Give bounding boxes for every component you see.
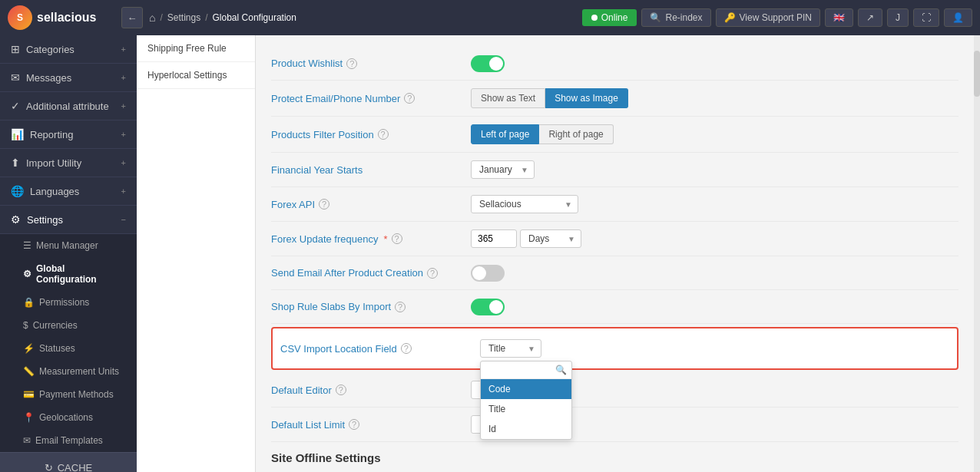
support-pin-button[interactable]: 🔑 View Support PIN bbox=[716, 8, 821, 27]
shop-rule-toggle[interactable] bbox=[471, 299, 505, 315]
breadcrumb-settings[interactable]: Settings bbox=[167, 12, 200, 23]
sidebar-sub-currencies[interactable]: $ Currencies bbox=[0, 314, 137, 337]
sidebar-item-categories[interactable]: ⊞ Categories + bbox=[0, 35, 137, 64]
online-button[interactable]: Online bbox=[582, 9, 637, 26]
expand-icon: + bbox=[121, 130, 126, 139]
forex-frequency-input[interactable] bbox=[471, 229, 517, 248]
home-icon[interactable]: ⌂ bbox=[149, 12, 155, 24]
sidebar-sub-global-config[interactable]: ⚙ Global Configuration bbox=[0, 257, 137, 291]
sidebar-sub-menu-manager[interactable]: ☰ Menu Manager bbox=[0, 234, 137, 257]
protect-email-control: Show as Text Show as Image bbox=[471, 88, 628, 108]
help-icon[interactable]: ? bbox=[336, 385, 346, 395]
scrollbar-thumb[interactable] bbox=[974, 51, 980, 97]
financial-year-label: Financial Year Starts bbox=[271, 164, 471, 176]
key-icon: 🔑 bbox=[724, 12, 736, 23]
sidebar-sub-measurement[interactable]: 📏 Measurement Units bbox=[0, 360, 137, 383]
financial-year-select-wrap: January ▼ bbox=[471, 160, 535, 179]
sub-sidebar-shipping[interactable]: Shipping Free Rule bbox=[137, 35, 255, 62]
sidebar-item-additional-attribute[interactable]: ✓ Additional attribute + bbox=[0, 92, 137, 120]
help-icon[interactable]: ? bbox=[392, 233, 402, 244]
csv-location-select[interactable]: Title bbox=[480, 339, 541, 358]
help-icon[interactable]: ? bbox=[319, 199, 329, 210]
search-icon: 🔍 bbox=[650, 12, 661, 23]
breadcrumb-current: Global Configuration bbox=[213, 12, 296, 23]
reindex-button[interactable]: 🔍 Re-index bbox=[641, 8, 710, 27]
back-button[interactable]: ← bbox=[121, 7, 143, 28]
forex-update-row: Forex Update frequency * ? Days ▼ bbox=[271, 222, 958, 256]
main-area: ⊞ Categories + ✉ Messages + ✓ Additional… bbox=[0, 35, 980, 472]
sidebar-item-messages[interactable]: ✉ Messages + bbox=[0, 64, 137, 92]
sidebar-item-settings[interactable]: ⚙ Settings − bbox=[0, 206, 137, 234]
show-as-image-button[interactable]: Show as Image bbox=[545, 88, 628, 108]
config-icon: ⚙ bbox=[23, 269, 31, 279]
joomla-icon: J bbox=[896, 12, 900, 23]
dropdown-option-id[interactable]: Id bbox=[481, 419, 571, 439]
sidebar-sub-permissions[interactable]: 🔒 Permissions bbox=[0, 291, 137, 314]
sidebar-item-import-utility[interactable]: ⬆ Import Utility + bbox=[0, 149, 137, 177]
payment-icon: 💳 bbox=[23, 389, 35, 400]
flag-icon: 🇬🇧 bbox=[833, 12, 845, 23]
csv-import-container: CSV Import Location Field ? Title ▼ bbox=[271, 327, 958, 370]
default-editor-label: Default Editor ? bbox=[271, 385, 471, 396]
sub-sidebar-hyperlocal[interactable]: Hyperlocal Settings bbox=[137, 62, 255, 89]
email-icon: ✉ bbox=[23, 435, 31, 446]
financial-year-select[interactable]: January bbox=[471, 160, 535, 179]
help-icon[interactable]: ? bbox=[349, 419, 359, 430]
sidebar-sub-statuses[interactable]: ⚡ Statuses bbox=[0, 337, 137, 360]
scrollbar-track[interactable] bbox=[974, 35, 980, 472]
help-icon[interactable]: ? bbox=[427, 268, 438, 279]
protect-email-row: Protect Email/Phone Number ? Show as Tex… bbox=[271, 81, 958, 117]
categories-icon: ⊞ bbox=[11, 43, 20, 55]
product-wishlist-control bbox=[471, 55, 505, 72]
toggle-knob bbox=[472, 266, 486, 280]
forex-update-label: Forex Update frequency * ? bbox=[271, 233, 471, 245]
attribute-icon: ✓ bbox=[11, 100, 20, 112]
sidebar-sub-email-templates[interactable]: ✉ Email Templates bbox=[0, 429, 137, 452]
send-email-row: Send Email After Product Creation ? bbox=[271, 256, 958, 290]
default-list-limit-row: Default List Limit ? ▼ bbox=[271, 408, 958, 442]
cache-button[interactable]: ↻ CACHE bbox=[0, 452, 137, 472]
products-filter-control: Left of page Right of page bbox=[471, 124, 614, 144]
filter-position-group: Left of page Right of page bbox=[471, 124, 614, 144]
protect-email-label: Protect Email/Phone Number ? bbox=[271, 93, 471, 104]
help-icon[interactable]: ? bbox=[404, 93, 415, 104]
product-wishlist-toggle[interactable] bbox=[471, 55, 505, 72]
dropdown-search-input[interactable] bbox=[485, 365, 552, 375]
toggle-knob bbox=[489, 57, 503, 71]
right-of-page-button[interactable]: Right of page bbox=[539, 124, 613, 144]
help-icon[interactable]: ? bbox=[346, 58, 357, 69]
breadcrumb: ⌂ / Settings / Global Configuration bbox=[149, 12, 576, 24]
csv-import-label: CSV Import Location Field ? bbox=[280, 343, 480, 355]
flag-button[interactable]: 🇬🇧 bbox=[825, 8, 853, 27]
logo-text: sellacious bbox=[37, 11, 96, 25]
settings-submenu: ☰ Menu Manager ⚙ Global Configuration 🔒 … bbox=[0, 234, 137, 452]
dropdown-option-code[interactable]: Code bbox=[481, 379, 571, 399]
csv-import-row: CSV Import Location Field ? Title ▼ bbox=[280, 332, 949, 365]
forex-unit-select[interactable]: Days bbox=[520, 229, 581, 248]
sidebar-sub-geolocations[interactable]: 📍 Geolocations bbox=[0, 406, 137, 429]
forex-update-control: Days ▼ bbox=[471, 229, 581, 248]
forex-api-select[interactable]: Sellacious bbox=[471, 195, 578, 213]
sidebar-item-languages[interactable]: 🌐 Languages + bbox=[0, 177, 137, 206]
left-of-page-button[interactable]: Left of page bbox=[471, 124, 539, 144]
shop-rule-label: Shop Rule Slabs By Import ? bbox=[271, 301, 471, 312]
sidebar-sub-payment-methods[interactable]: 💳 Payment Methods bbox=[0, 383, 137, 406]
expand-icon: + bbox=[121, 101, 126, 111]
fullscreen-icon: ⛶ bbox=[922, 12, 931, 23]
sidebar-item-reporting[interactable]: 📊 Reporting + bbox=[0, 120, 137, 149]
show-as-text-button[interactable]: Show as Text bbox=[471, 88, 545, 108]
csv-select-wrap: Title ▼ bbox=[480, 339, 541, 358]
help-icon[interactable]: ? bbox=[395, 302, 406, 312]
product-wishlist-row: Product Wishlist ? bbox=[271, 47, 958, 81]
user-button[interactable]: 👤 bbox=[944, 8, 972, 27]
send-email-toggle[interactable] bbox=[471, 265, 505, 282]
site-offline-section-title: Site Offline Settings bbox=[271, 442, 958, 470]
fullscreen-button[interactable]: ⛶ bbox=[913, 8, 939, 27]
external-button[interactable]: ↗ bbox=[858, 8, 882, 27]
toggle-knob bbox=[489, 300, 503, 314]
sidebar-bottom: ↻ CACHE 🔧 AUTO FIX bbox=[0, 452, 137, 472]
help-icon[interactable]: ? bbox=[401, 343, 412, 354]
dropdown-option-title[interactable]: Title bbox=[481, 399, 571, 419]
help-icon[interactable]: ? bbox=[378, 129, 389, 140]
joomla-button[interactable]: J bbox=[887, 8, 909, 27]
